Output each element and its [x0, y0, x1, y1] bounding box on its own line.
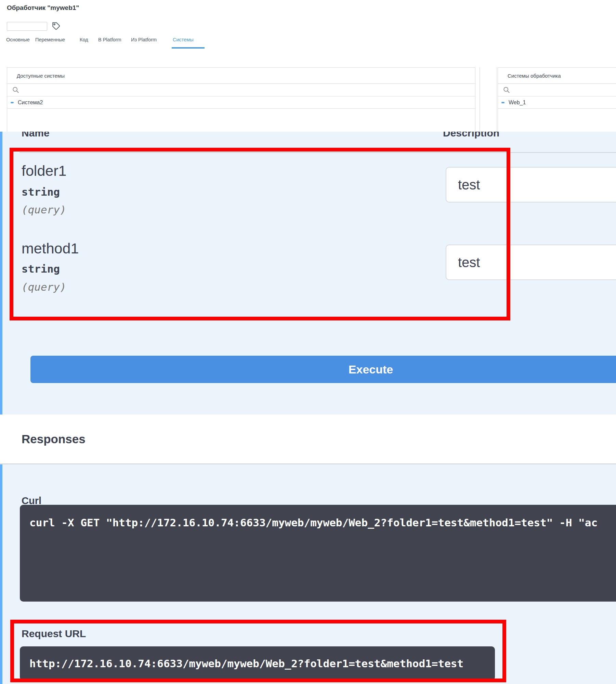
curl-command-text: curl -X GET "http://172.16.10.74:6633/my… [20, 505, 616, 529]
item-bullet-icon [11, 102, 14, 103]
tab-iz-platform[interactable]: Из Platform [131, 37, 157, 42]
param-name-folder1: folder1 [22, 162, 66, 179]
tab-v-platform[interactable]: В Platform [98, 37, 121, 42]
available-systems-search[interactable] [7, 84, 475, 96]
list-item-sistema2[interactable]: Система2 [7, 96, 475, 109]
tag-input[interactable] [7, 22, 47, 31]
column-header-description: Description [443, 132, 499, 139]
active-tab-underline [172, 47, 205, 49]
table-header-divider [19, 152, 616, 153]
tab-sistemy[interactable]: Системы [173, 37, 194, 42]
list-item-label: Система2 [18, 100, 43, 106]
handler-systems-title: Системы обработчика [498, 68, 616, 84]
responses-header: Responses [0, 415, 616, 464]
curl-command-block[interactable]: curl -X GET "http://172.16.10.74:6633/my… [20, 505, 616, 602]
handler-page: Обработчик "myweb1" Основные Переменные … [0, 0, 616, 684]
param-location-folder1: (query) [22, 203, 66, 216]
tag-icon[interactable] [51, 21, 62, 31]
list-item-web1[interactable]: Web_1 [498, 96, 616, 109]
param-type-folder1: string [22, 186, 60, 198]
responses-section: Curl curl -X GET "http://172.16.10.74:66… [0, 464, 616, 684]
available-systems-panel: Доступные системы Система2 [7, 67, 475, 132]
method-color-border [0, 464, 2, 684]
list-item-label: Web_1 [509, 100, 526, 106]
parameters-section: Name Description folder1 string (query) … [0, 132, 616, 415]
tab-peremennye[interactable]: Переменные [35, 37, 65, 42]
request-url-text: http://172.16.10.74:6633/myweb/myweb/Web… [20, 657, 463, 670]
search-icon [503, 86, 510, 94]
request-url-label: Request URL [22, 628, 86, 640]
column-header-name: Name [22, 132, 50, 139]
tab-kod[interactable]: Код [80, 37, 88, 42]
param-value-input-folder1[interactable] [446, 167, 616, 202]
method-color-border [0, 132, 2, 415]
transfer-column [480, 67, 497, 132]
tab-osnovnye[interactable]: Основные [6, 37, 30, 42]
execute-button[interactable]: Execute [30, 356, 616, 383]
param-type-method1: string [22, 263, 60, 275]
handler-systems-search[interactable] [498, 84, 616, 96]
handler-systems-panel: Системы обработчика Web_1 [498, 67, 616, 132]
search-icon [12, 86, 19, 94]
param-value-input-method1[interactable] [446, 245, 616, 280]
available-systems-title: Доступные системы [7, 68, 475, 84]
item-bullet-icon [501, 102, 504, 103]
responses-title: Responses [22, 432, 86, 446]
request-url-block[interactable]: http://172.16.10.74:6633/myweb/myweb/Web… [20, 646, 495, 681]
param-location-method1: (query) [22, 281, 66, 293]
page-title: Обработчик "myweb1" [7, 4, 79, 12]
param-name-method1: method1 [22, 240, 79, 257]
